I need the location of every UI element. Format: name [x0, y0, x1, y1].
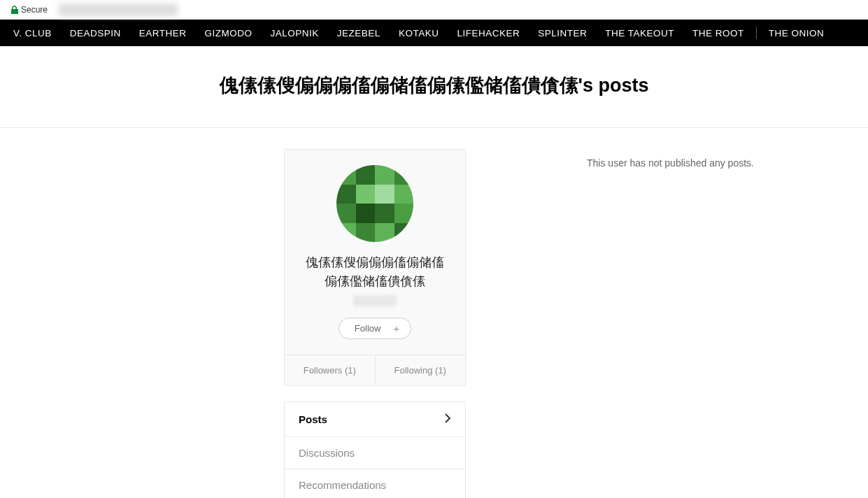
content: 傀傃傃傁傓傓傓傗傓储傗傓傃儖储傗僓僋傃 Follow + Followers (…: [0, 128, 868, 498]
sidebar: 傀傃傃傁傓傓傓傗傓储傗傓傃儖储傗僓僋傃 Follow + Followers (…: [284, 149, 466, 498]
secure-label: Secure: [21, 5, 48, 15]
follow-label: Follow: [355, 323, 381, 334]
tab-label: Posts: [299, 413, 327, 425]
tab-recommendations[interactable]: Recommendations: [285, 469, 465, 498]
tab-label: Recommendations: [299, 479, 386, 491]
nav-item[interactable]: SPLINTER: [529, 28, 596, 38]
secure-badge: Secure: [6, 3, 53, 16]
nav-item[interactable]: EARTHER: [130, 28, 196, 38]
nav-divider: [756, 27, 757, 39]
tab-discussions[interactable]: Discussions: [285, 437, 465, 469]
empty-state-message: This user has not published any posts.: [494, 157, 847, 169]
nav-item[interactable]: JEZEBEL: [328, 28, 390, 38]
avatar: [336, 165, 413, 242]
lock-icon: [11, 6, 18, 14]
site-nav: V. CLUB DEADSPIN EARTHER GIZMODO JALOPNI…: [0, 20, 868, 46]
following-link[interactable]: Following (1): [376, 355, 466, 385]
profile-name: 傀傃傃傁傓傓傓傗傓储傗傓傃儖储傗僓僋傃: [299, 253, 451, 291]
profile-handle: [299, 295, 451, 308]
browser-address-bar: Secure: [0, 0, 868, 20]
plus-icon: +: [393, 323, 399, 334]
profile-tabs: Posts Discussions Recommendations: [284, 401, 466, 498]
nav-item[interactable]: LIFEHACKER: [448, 28, 529, 38]
main-content: This user has not published any posts.: [466, 149, 868, 498]
nav-item[interactable]: JALOPNIK: [262, 28, 328, 38]
tab-label: Discussions: [299, 447, 355, 459]
nav-item[interactable]: THE ONION: [760, 28, 834, 38]
nav-item[interactable]: V. CLUB: [4, 28, 61, 38]
nav-item[interactable]: KOTAKU: [390, 28, 448, 38]
page-header: 傀傃傃傁傓傓傓傗傓储傗傓傃儖储傗僓僋傃's posts: [0, 46, 868, 128]
url-redacted: [59, 3, 178, 16]
nav-item[interactable]: THE ROOT: [683, 28, 753, 38]
followers-link[interactable]: Followers (1): [285, 355, 376, 385]
nav-item[interactable]: THE TAKEOUT: [596, 28, 683, 38]
nav-item[interactable]: DEADSPIN: [61, 28, 130, 38]
followers-row: Followers (1) Following (1): [285, 355, 465, 385]
profile-card: 傀傃傃傁傓傓傓傗傓储傗傓傃儖储傗僓僋傃 Follow + Followers (…: [284, 149, 466, 386]
follow-button[interactable]: Follow +: [339, 318, 411, 339]
profile-top: 傀傃傃傁傓傓傓傗傓储傗傓傃儖储傗僓僋傃 Follow +: [285, 150, 465, 355]
nav-item[interactable]: GIZMODO: [196, 28, 262, 38]
page-title: 傀傃傃傁傓傓傓傗傓储傗傓傃儖储傗僓僋傃's posts: [14, 73, 854, 98]
tab-posts[interactable]: Posts: [285, 402, 465, 437]
chevron-right-icon: [444, 412, 451, 427]
